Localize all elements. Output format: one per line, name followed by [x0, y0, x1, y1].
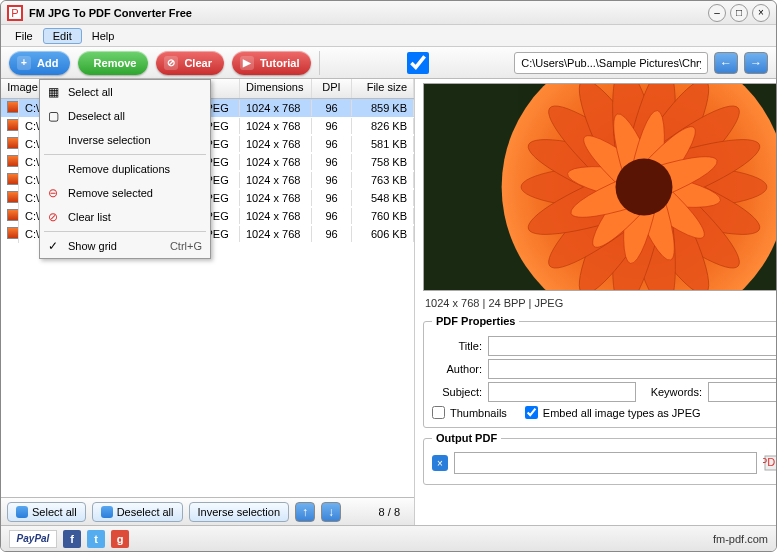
cell-size: 763 KB [352, 172, 414, 188]
svg-text:PDF: PDF [763, 456, 777, 468]
select-all-icon: ▦ [45, 84, 61, 100]
menu-clear-list[interactable]: ⊘Clear list [40, 205, 210, 229]
minus-icon: ⊖ [45, 185, 61, 201]
item-count: 8 / 8 [371, 506, 408, 518]
menu-select-all[interactable]: ▦Select all [40, 80, 210, 104]
embed-checkbox[interactable] [525, 406, 538, 419]
tutorial-label: Tutorial [260, 57, 300, 69]
menu-edit[interactable]: Edit [43, 28, 82, 44]
pdf-properties-legend: PDF Properties [432, 315, 519, 327]
paypal-button[interactable]: PayPal [9, 530, 57, 548]
footer-select-all[interactable]: Select all [7, 502, 86, 522]
image-preview [423, 83, 777, 291]
list-footer: Select all Deselect all Inverse selectio… [1, 497, 414, 525]
subject-label: Subject: [432, 386, 482, 398]
path-checkbox[interactable] [328, 52, 508, 74]
select-all-icon [16, 506, 28, 518]
cell-dimensions: 1024 x 768 [240, 154, 312, 170]
cell-size: 760 KB [352, 208, 414, 224]
cell-dpi: 96 [312, 190, 352, 206]
col-dpi[interactable]: DPI [312, 79, 352, 98]
keywords-label: Keywords: [642, 386, 702, 398]
thumbnail-icon [7, 119, 19, 131]
statusbar: PayPal f t g fm-pdf.com [1, 525, 776, 551]
cell-dpi: 96 [312, 136, 352, 152]
cell-dpi: 96 [312, 118, 352, 134]
prev-button[interactable]: ← [714, 52, 738, 74]
remove-label: Remove [94, 57, 137, 69]
output-pdf-group: Output PDF × PDF ▶Start [423, 432, 777, 485]
title-input[interactable] [488, 336, 777, 356]
deselect-all-icon [101, 506, 113, 518]
cell-dimensions: 1024 x 768 [240, 190, 312, 206]
next-button[interactable]: → [744, 52, 768, 74]
thumbnail-icon [7, 173, 19, 185]
path-display[interactable] [514, 52, 708, 74]
app-icon: P [7, 5, 23, 21]
add-label: Add [37, 57, 58, 69]
menu-show-grid[interactable]: ✓Show gridCtrl+G [40, 234, 210, 258]
output-pdf-legend: Output PDF [432, 432, 501, 444]
move-down-button[interactable]: ↓ [321, 502, 341, 522]
menu-remove-selected[interactable]: ⊖Remove selected [40, 181, 210, 205]
thumbnail-icon [7, 191, 19, 203]
thumbnails-checkbox-label[interactable]: Thumbnails [432, 406, 507, 419]
googleplus-icon[interactable]: g [111, 530, 129, 548]
author-label: Author: [432, 363, 482, 375]
menu-deselect-all[interactable]: ▢Deselect all [40, 104, 210, 128]
add-button[interactable]: +Add [9, 51, 70, 75]
minimize-button[interactable]: – [708, 4, 726, 22]
menubar: File Edit Help [1, 25, 776, 47]
cell-dimensions: 1024 x 768 [240, 208, 312, 224]
footer-deselect-all[interactable]: Deselect all [92, 502, 183, 522]
cell-size: 606 KB [352, 226, 414, 242]
menu-remove-duplications[interactable]: Remove duplications [40, 157, 210, 181]
clear-label: Clear [184, 57, 212, 69]
clear-output-button[interactable]: × [432, 455, 448, 471]
thumbnails-checkbox[interactable] [432, 406, 445, 419]
forbidden-icon: ⊘ [45, 209, 61, 225]
tutorial-button[interactable]: ▶Tutorial [232, 51, 312, 75]
cell-dimensions: 1024 x 768 [240, 172, 312, 188]
plus-icon: + [17, 56, 31, 70]
thumbnail-icon [7, 227, 19, 239]
close-button[interactable]: × [752, 4, 770, 22]
cell-size: 581 KB [352, 136, 414, 152]
cell-dpi: 96 [312, 172, 352, 188]
file-list-pane: Image Format Dimensions DPI File size C:… [1, 79, 415, 525]
pdf-icon: PDF [763, 455, 777, 471]
thumbnail-icon [7, 209, 19, 221]
author-input[interactable] [488, 359, 777, 379]
cell-dpi: 96 [312, 208, 352, 224]
facebook-icon[interactable]: f [63, 530, 81, 548]
clear-icon: ⊘ [164, 56, 178, 70]
svg-point-20 [616, 159, 673, 216]
menu-help[interactable]: Help [82, 28, 125, 44]
twitter-icon[interactable]: t [87, 530, 105, 548]
svg-text:P: P [11, 7, 18, 19]
output-path-input[interactable] [454, 452, 757, 474]
col-filesize[interactable]: File size [352, 79, 414, 98]
embed-checkbox-label[interactable]: Embed all image types as JPEG [525, 406, 701, 419]
remove-button[interactable]: Remove [78, 51, 148, 75]
cell-dimensions: 1024 x 768 [240, 136, 312, 152]
cell-dimensions: 1024 x 768 [240, 226, 312, 242]
cell-size: 826 KB [352, 118, 414, 134]
subject-input[interactable] [488, 382, 636, 402]
thumbnail-icon [7, 137, 19, 149]
cell-size: 859 KB [352, 100, 414, 116]
clear-button[interactable]: ⊘Clear [156, 51, 224, 75]
menu-inverse-selection[interactable]: Inverse selection [40, 128, 210, 152]
menu-file[interactable]: File [5, 28, 43, 44]
play-icon: ▶ [240, 56, 254, 70]
site-link[interactable]: fm-pdf.com [713, 533, 768, 545]
move-up-button[interactable]: ↑ [295, 502, 315, 522]
preview-info-left: 1024 x 768 | 24 BPP | JPEG [425, 297, 563, 309]
col-dimensions[interactable]: Dimensions [240, 79, 312, 98]
maximize-button[interactable]: □ [730, 4, 748, 22]
cell-size: 548 KB [352, 190, 414, 206]
footer-inverse-selection[interactable]: Inverse selection [189, 502, 290, 522]
cell-size: 758 KB [352, 154, 414, 170]
keywords-input[interactable] [708, 382, 777, 402]
window-title: FM JPG To PDF Converter Free [29, 7, 708, 19]
